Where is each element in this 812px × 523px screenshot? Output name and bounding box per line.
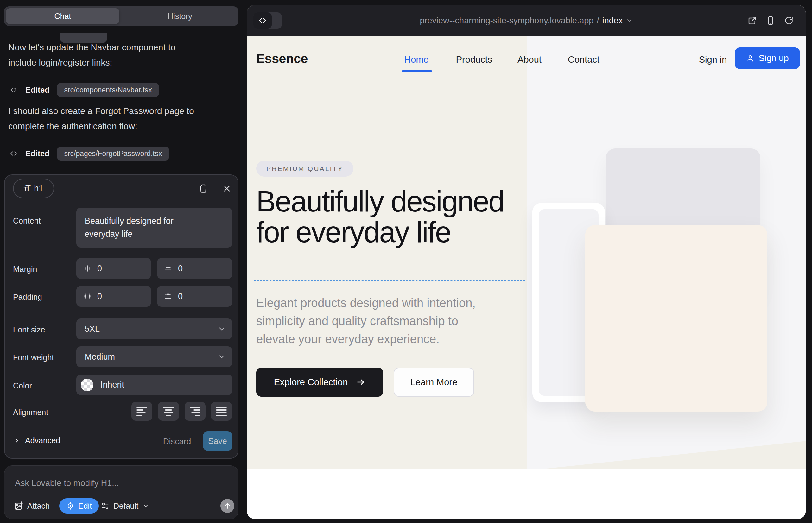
font-weight-select[interactable]: Medium [76, 346, 232, 367]
attach-button[interactable]: Attach [14, 498, 50, 513]
font-size-select[interactable]: 5XL [76, 319, 232, 339]
hero-subtitle: Elegant products designed with intention… [256, 294, 497, 348]
chevron-down-icon [142, 502, 149, 509]
topbar-actions [747, 16, 794, 25]
assistant-message: I should also create a Forgot Password p… [8, 104, 211, 134]
selected-element-chip[interactable]: TT h1 [13, 179, 54, 198]
chat-input[interactable]: Ask Lovable to modify H1... [15, 479, 119, 488]
horizontal-padding-icon [83, 292, 91, 301]
nav-link-about[interactable]: About [517, 54, 542, 65]
tab-history[interactable]: History [123, 8, 236, 24]
sign-in-link[interactable]: Sign in [699, 54, 727, 65]
chat-history-tabbar: Chat History [4, 6, 239, 26]
vertical-margin-icon [164, 264, 172, 273]
send-button[interactable] [220, 499, 234, 513]
hero-diagonal-shape [538, 441, 806, 469]
vertical-padding-icon [164, 292, 172, 301]
preview-topbar: preview--charming-site-symphony.lovable.… [247, 5, 806, 36]
delete-element-button[interactable] [198, 183, 208, 194]
quality-badge: PREMIUM QUALITY [256, 161, 353, 177]
nav-link-contact[interactable]: Contact [568, 54, 600, 65]
nav-link-home[interactable]: Home [404, 54, 428, 65]
explore-collection-button[interactable]: Explore Collection [256, 367, 383, 397]
sign-up-button[interactable]: Sign up [735, 48, 800, 69]
chevron-down-icon [217, 353, 226, 361]
user-icon [746, 54, 754, 62]
align-right-button[interactable] [184, 402, 206, 421]
padding-x-input[interactable]: 0 [76, 286, 151, 307]
content-input[interactable]: Beautifully designed for everyday life [76, 208, 232, 248]
chevron-down-icon [217, 325, 226, 333]
file-badge[interactable]: src/pages/ForgotPassword.tsx [57, 147, 169, 161]
element-editor-panel: TT h1 Content Beautifully designed for e… [4, 175, 239, 459]
chevron-down-icon [626, 17, 633, 24]
tab-chat[interactable]: Chat [6, 8, 119, 24]
align-left-button[interactable] [131, 402, 152, 421]
align-center-button[interactable] [158, 402, 179, 421]
color-label: Color [13, 381, 32, 390]
horizontal-margin-icon [83, 264, 91, 273]
edit-mode-button[interactable]: Edit [59, 498, 99, 513]
arrow-right-icon [356, 377, 366, 387]
advanced-expander[interactable]: Advanced [13, 436, 60, 445]
preview-url-bar[interactable]: preview--charming-site-symphony.lovable.… [247, 5, 806, 36]
font-size-label: Font size [13, 325, 45, 334]
color-swatch [81, 379, 93, 391]
discard-button[interactable]: Discard [163, 437, 191, 446]
edited-file-row: Edited src/pages/ForgotPassword.tsx [8, 147, 169, 161]
element-tag-label: h1 [34, 184, 43, 194]
font-weight-label: Font weight [13, 353, 54, 362]
chat-composer: Ask Lovable to modify H1... Attach Edit … [4, 465, 239, 519]
close-panel-icon[interactable] [223, 184, 231, 193]
margin-y-input[interactable]: 0 [157, 258, 232, 279]
nav-link-products[interactable]: Products [456, 54, 492, 65]
margin-x-input[interactable]: 0 [76, 258, 151, 279]
edited-label: Edited [25, 86, 49, 95]
edited-file-row: Edited src/components/Navbar.tsx [8, 83, 159, 97]
content-label: Content [13, 216, 41, 226]
chat-sidebar: Chat History Now let's update the Navbar… [0, 0, 240, 523]
active-nav-underline [402, 70, 432, 72]
crosshair-icon [66, 502, 74, 510]
alignment-label: Alignment [13, 408, 48, 417]
code-icon [10, 86, 18, 94]
edited-label: Edited [25, 149, 49, 158]
code-icon [10, 149, 18, 158]
chevron-right-icon [13, 437, 21, 445]
save-button[interactable]: Save [203, 431, 232, 451]
hero-section: Essence Home Products About Contact Sign… [247, 36, 806, 469]
hero-headline[interactable]: Beautifully designed for everyday life [256, 186, 513, 248]
site-canvas: Essence Home Products About Contact Sign… [247, 36, 806, 519]
assistant-message: Now let's update the Navbar component to… [8, 40, 211, 70]
preview-pane: preview--charming-site-symphony.lovable.… [247, 5, 806, 519]
learn-more-button[interactable]: Learn More [394, 367, 474, 397]
decor-card-peach [585, 225, 767, 412]
align-justify-button[interactable] [211, 402, 232, 421]
type-icon: TT [24, 183, 31, 194]
open-external-icon[interactable] [747, 16, 757, 25]
arrow-up-icon [223, 502, 231, 510]
site-logo[interactable]: Essence [256, 51, 308, 66]
image-plus-icon [14, 501, 23, 511]
file-badge[interactable]: src/components/Navbar.tsx [57, 83, 159, 97]
mobile-view-icon[interactable] [766, 16, 775, 25]
url-page: index [602, 16, 623, 26]
margin-label: Margin [13, 265, 37, 274]
padding-label: Padding [13, 292, 42, 302]
url-host: preview--charming-site-symphony.lovable.… [420, 16, 594, 26]
color-select[interactable]: Inherit [76, 375, 232, 395]
sliders-icon [101, 502, 110, 510]
refresh-icon[interactable] [784, 16, 794, 25]
url-separator: / [597, 16, 599, 26]
padding-y-input[interactable]: 0 [157, 286, 232, 307]
model-default-selector[interactable]: Default [101, 498, 149, 513]
